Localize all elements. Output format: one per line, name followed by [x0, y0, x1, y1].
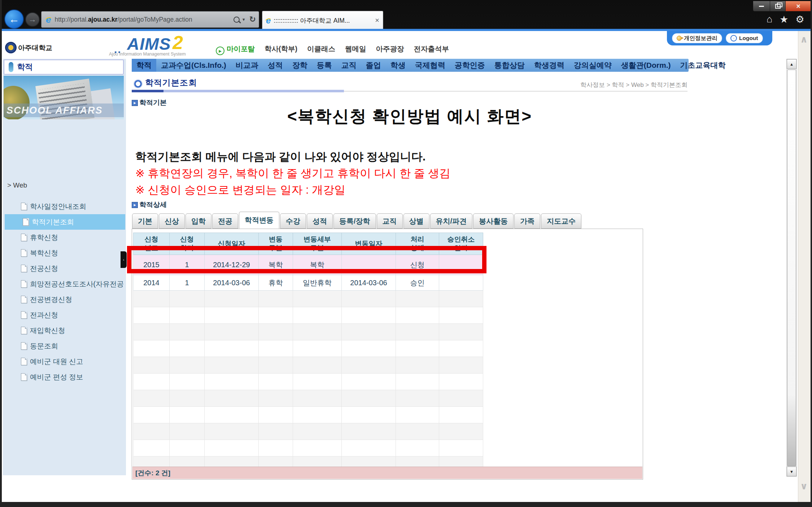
tab[interactable]: 봉사활동 [473, 213, 514, 229]
nav-item[interactable]: 강의실예약 [569, 59, 616, 72]
scroll-up-icon: ▲ [790, 62, 794, 66]
nav-item[interactable]: 비교과 [231, 59, 263, 72]
tab[interactable]: 전공 [212, 213, 238, 229]
privacy-settings-button[interactable]: 개인정보관리 [672, 33, 722, 43]
minimize-button[interactable] [753, 1, 770, 11]
sidebar-item-label: 학사일정안내조회 [30, 202, 86, 211]
table-cell [439, 324, 483, 340]
quick-link[interactable]: 웹메일 [345, 44, 366, 54]
address-bar[interactable]: e http://portal.ajou.ac.kr/portal/goToMy… [41, 11, 259, 28]
table-cell [439, 390, 483, 407]
sidebar-item[interactable]: 동문조회 [3, 338, 126, 354]
breadcrumb[interactable]: 학사정보 > 학적 > Web > 학적기본조회 [453, 81, 687, 89]
sidebar-item[interactable]: 전공신청 [3, 261, 126, 276]
nav-item[interactable]: 교과수업(Cls.Info.) [156, 59, 231, 72]
table-cell [293, 374, 342, 390]
quick-link[interactable]: 전자출석부 [414, 44, 449, 54]
table-cell [170, 440, 205, 457]
nav-item[interactable]: 국제협력 [410, 59, 450, 72]
star-icon[interactable]: ★ [780, 14, 788, 25]
logout-button[interactable]: ◦ Logout [726, 33, 763, 43]
quick-link[interactable]: 아주광장 [376, 44, 404, 54]
tab-close-icon[interactable]: × [375, 16, 379, 25]
scroll-down-button[interactable]: ▼ [787, 467, 796, 476]
sidebar-group-web[interactable]: > Web [7, 181, 27, 189]
nav-item[interactable]: 생활관(Dorm.) [616, 59, 676, 72]
key-icon [677, 36, 682, 41]
close-button[interactable]: × [786, 1, 811, 11]
nav-item[interactable]: 교직 [337, 59, 361, 72]
tab[interactable]: 신상 [159, 213, 185, 229]
tab[interactable]: 학적변동 [239, 212, 279, 229]
tab[interactable]: 교직 [377, 213, 403, 229]
nav-item[interactable]: 학생경력 [529, 59, 569, 72]
gear-icon[interactable]: ⚙ [796, 14, 804, 25]
table-cell [293, 423, 342, 440]
tab[interactable]: 등록/장학 [333, 213, 376, 229]
table-cell [170, 307, 205, 324]
scroll-up-button[interactable]: ▲ [787, 59, 796, 69]
table-cell [439, 307, 483, 324]
search-icon[interactable] [233, 17, 240, 23]
quick-link[interactable]: 학사(학부) [265, 44, 297, 54]
forward-button[interactable]: → [25, 12, 40, 27]
tab[interactable]: 지도교수 [541, 213, 581, 229]
tab[interactable]: 상별 [403, 213, 429, 229]
account-area: 개인정보관리 ◦ Logout [667, 31, 772, 45]
command-bar: ⌂ ★ ⚙ [767, 14, 804, 25]
back-button[interactable]: ← [4, 9, 24, 29]
table-cell: 2014-03-06 [342, 275, 396, 291]
table-cell [134, 324, 170, 340]
sidebar-item-label: 복학신청 [30, 248, 58, 258]
tab[interactable]: 기본 [132, 213, 158, 229]
sidebar-item[interactable]: 복학신청 [3, 245, 126, 261]
table-cell [342, 307, 396, 324]
chevron-up-icon[interactable]: ∧ [800, 34, 808, 45]
sidebar-item[interactable]: 휴학신청 [3, 230, 126, 245]
nav-item[interactable]: 학적 [132, 59, 156, 72]
empty-row [134, 440, 483, 457]
nav-item[interactable]: 통합상담 [490, 59, 529, 72]
table-cell [134, 291, 170, 307]
tab[interactable]: 유치/파견 [430, 213, 473, 229]
nav-item[interactable]: 성적 [263, 59, 288, 72]
browser-tab[interactable]: e :::::::::::::: 아주대학교 AIM... × [262, 11, 383, 30]
nav-item[interactable]: 졸업 [361, 59, 386, 72]
sidebar-item[interactable]: 학적기본조회 [5, 214, 125, 230]
scrollbar-thumb[interactable] [787, 70, 796, 466]
nav-item[interactable]: 장학 [288, 59, 312, 72]
nav-item[interactable]: 등록 [312, 59, 337, 72]
browser-scrollbar[interactable]: ∧ ∨ [798, 31, 811, 502]
content-scrollbar[interactable]: ▲ ▼ [786, 59, 797, 477]
nav-item[interactable]: 기초교육대학 [676, 59, 730, 72]
sidebar-item[interactable]: 예비군 대원 신고 [3, 354, 126, 369]
restore-button[interactable] [770, 1, 786, 11]
sidebar-item[interactable]: 학사일정안내조회 [3, 199, 126, 214]
window-frame [0, 0, 2, 507]
sidebar-item[interactable]: 전과신청 [3, 307, 126, 323]
quick-link[interactable]: 이클래스 [307, 44, 335, 54]
chevron-down-icon[interactable]: ∨ [800, 481, 808, 492]
sidebar-item[interactable]: 희망전공선호도조사(자유전공 [3, 276, 126, 292]
sidebar-item[interactable]: 전공변경신청 [3, 292, 126, 307]
tab[interactable]: 입학 [185, 213, 211, 229]
nav-item[interactable]: 공학인증 [450, 59, 490, 72]
table-cell [259, 357, 293, 374]
dropdown-icon[interactable]: ▼ [242, 17, 246, 22]
tab[interactable]: 수강 [280, 213, 306, 229]
sidebar-item[interactable]: 재입학신청 [3, 323, 126, 338]
tab[interactable]: 가족 [514, 213, 540, 229]
nav-item[interactable]: 학생 [386, 59, 410, 72]
table-cell [439, 440, 483, 457]
tab[interactable]: 성적 [307, 213, 333, 229]
table-cell [396, 324, 439, 340]
table-cell [396, 440, 439, 457]
quick-link[interactable]: 마이포탈 [227, 44, 255, 54]
refresh-icon[interactable]: ↻ [249, 15, 256, 24]
table-cell [205, 324, 259, 340]
sidebar-item[interactable]: 예비군 편성 정보 [3, 369, 126, 385]
sidebar-collapse-handle[interactable]: ‹ [121, 251, 127, 268]
table-cell [134, 423, 170, 440]
scroll-down-icon: ▼ [790, 469, 794, 474]
home-icon[interactable]: ⌂ [767, 14, 772, 25]
